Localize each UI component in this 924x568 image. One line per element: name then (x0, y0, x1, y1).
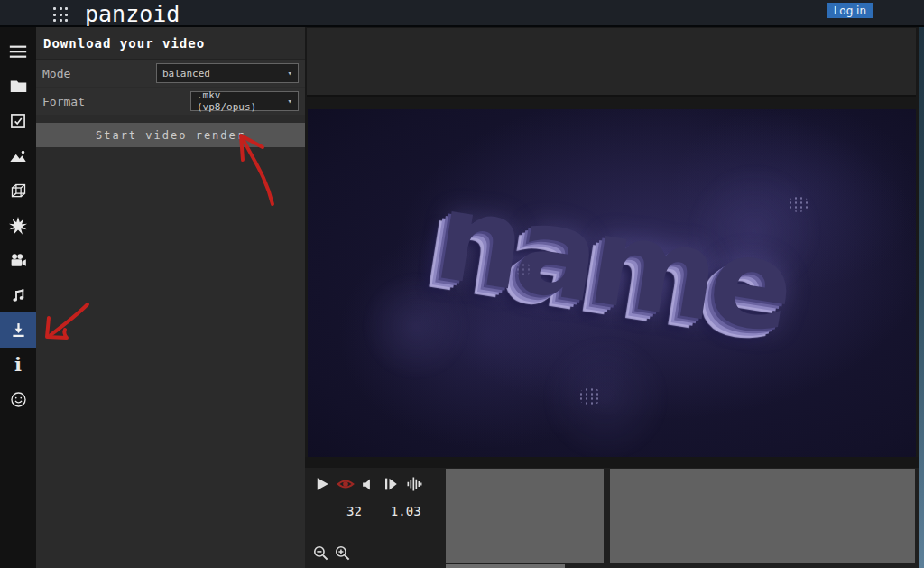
step-forward-button[interactable] (383, 476, 399, 495)
sidebar-item-3d-objects[interactable] (0, 173, 36, 209)
sidebar-item-download[interactable] (0, 312, 36, 348)
music-note-icon (9, 286, 27, 304)
main-workspace: name (305, 27, 924, 568)
preview-eye-button[interactable] (337, 475, 355, 496)
chevron-down-icon: ▾ (288, 97, 292, 106)
zoom-out-button[interactable] (312, 545, 329, 564)
sidebar-item-feedback[interactable] (0, 382, 36, 417)
play-icon (314, 476, 330, 492)
mode-row: Mode balanced ▾ (36, 60, 305, 87)
start-video-render-button[interactable]: Start video render (36, 123, 305, 147)
app-logo[interactable]: panzoid (85, 1, 180, 27)
cube-wireframe-icon (9, 182, 28, 200)
smiley-icon (10, 391, 27, 408)
panel-title: Download your video (36, 27, 305, 60)
left-icon-rail: i (0, 27, 36, 568)
zoom-out-icon (312, 545, 329, 562)
sidebar-item-audio[interactable] (0, 278, 36, 313)
mode-selected-value: balanced (162, 68, 210, 79)
timeline-controls: 32 1.03 (305, 457, 924, 568)
step-forward-icon (383, 476, 399, 492)
mute-button[interactable] (361, 477, 376, 495)
menu-icon (8, 42, 28, 61)
sidebar-item-projects[interactable] (0, 70, 36, 105)
workspace-empty-box (307, 28, 916, 97)
sidebar-item-camera[interactable] (0, 243, 36, 278)
sidebar-item-tasks[interactable] (0, 104, 36, 139)
format-select[interactable]: .mkv (vp8/opus) ▾ (190, 91, 299, 111)
folder-icon (9, 77, 28, 96)
mode-select[interactable]: balanced ▾ (156, 63, 299, 83)
format-selected-value: .mkv (vp8/opus) (197, 89, 281, 113)
sidebar-item-images[interactable] (0, 139, 36, 174)
time-value: 1.03 (391, 504, 421, 518)
starburst-icon (8, 216, 28, 236)
play-button[interactable] (314, 476, 330, 495)
timeline-track-panel[interactable] (610, 469, 915, 563)
bokeh-blob (542, 335, 669, 457)
timeline-track-panel[interactable] (446, 469, 604, 563)
waveform-button[interactable] (405, 476, 423, 495)
eye-icon (337, 475, 355, 493)
info-icon: i (14, 355, 22, 374)
horizontal-scrollbar[interactable] (446, 564, 565, 568)
format-row: Format .mkv (vp8/opus) ▾ (36, 88, 305, 115)
download-panel: Download your video Mode balanced ▾ Form… (36, 27, 305, 568)
top-bar: panzoid Log in (0, 0, 924, 27)
sidebar-item-menu[interactable] (0, 34, 36, 70)
particle-dots (515, 263, 531, 275)
apps-grid-icon[interactable] (53, 7, 69, 23)
particle-dots (578, 387, 602, 405)
zoom-in-icon (334, 545, 351, 562)
transport-bar (314, 475, 423, 496)
sidebar-item-effects[interactable] (0, 209, 36, 244)
speaker-icon (361, 477, 376, 492)
timeline-zoom-bar (312, 545, 351, 564)
image-mountains-icon (8, 146, 28, 166)
video-preview[interactable]: name (308, 109, 916, 457)
checkbox-icon (9, 112, 27, 130)
download-icon (9, 321, 28, 340)
sidebar-item-info[interactable]: i (0, 348, 36, 383)
particle-dots (788, 196, 809, 212)
zoom-in-button[interactable] (334, 545, 351, 564)
timeline-values: 32 1.03 (305, 504, 421, 518)
movie-camera-icon (9, 251, 28, 270)
chevron-down-icon: ▾ (288, 69, 292, 78)
mode-label: Mode (42, 67, 70, 80)
frame-value: 32 (346, 504, 362, 518)
login-button[interactable]: Log in (827, 3, 873, 18)
format-label: Format (42, 95, 85, 108)
waveform-icon (405, 476, 423, 492)
vertical-scrollbar[interactable] (919, 27, 924, 568)
